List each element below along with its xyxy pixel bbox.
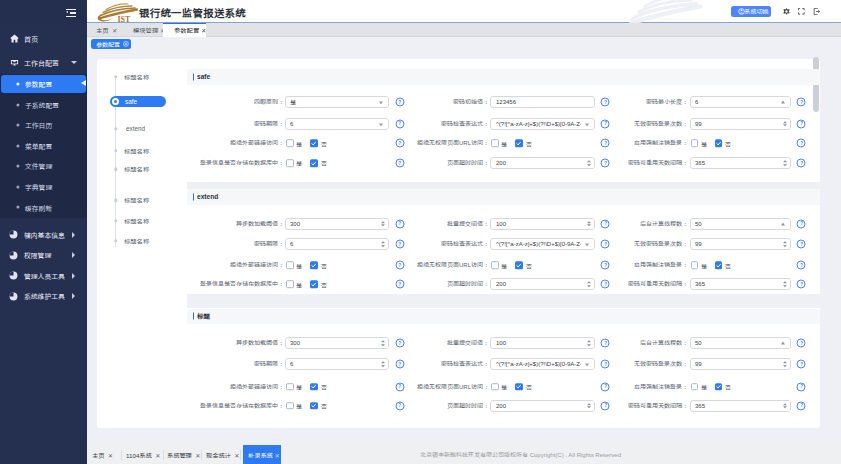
svg-text:IST: IST	[118, 15, 132, 22]
